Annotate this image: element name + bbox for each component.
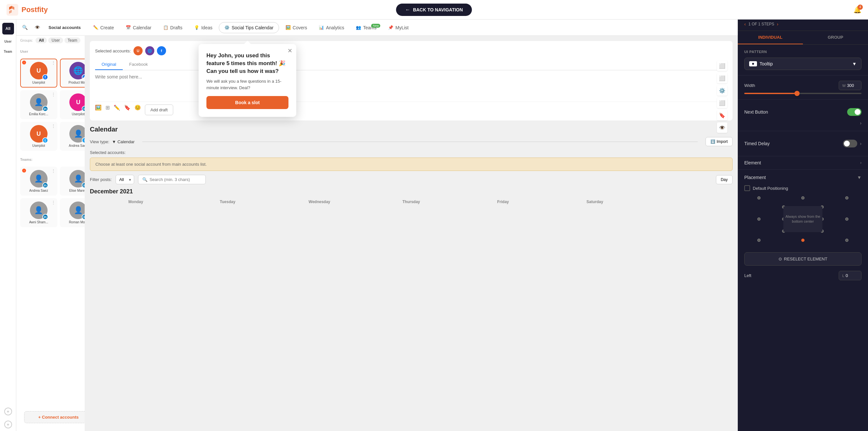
nav-item-drafts[interactable]: 📋 Drafts [158,23,188,33]
day-button[interactable]: Day [716,175,733,184]
placement-header[interactable]: Placement ▼ [744,175,862,180]
view-type-dropdown[interactable]: ▼ Calendar [112,139,135,144]
account-more-button[interactable]: ⋮ [52,200,55,205]
placement-dot-middle-right[interactable] [845,217,848,221]
nav-item-social-tips[interactable]: ⚙️ Social Tips Calendar [219,22,279,33]
add-draft-button[interactable]: Add draft [145,104,173,115]
slider-fill [744,93,797,94]
nav-item-create[interactable]: ✏️ Create [88,23,119,33]
connect-accounts-button[interactable]: + Connect accounts [24,411,93,423]
width-slider[interactable] [744,93,862,94]
group-all[interactable]: All [35,37,47,43]
add-group-button[interactable]: + [4,407,12,415]
settings-button[interactable]: ⚙️ [717,85,727,96]
back-navigation-button[interactable]: BACK TO NAVIGATION [396,4,472,16]
covers-icon: 🖼️ [285,25,291,30]
placement-dot-middle-left[interactable] [757,217,761,221]
tooltip-close-button[interactable]: ✕ [287,47,292,54]
sidebar-title: Social accounts [44,25,85,30]
grid-icon[interactable]: ⊞ [105,104,110,115]
timed-delay-section: Timed Delay › [738,131,868,156]
calendar-month: December 2021 [90,188,733,195]
tab-original[interactable]: Original [95,59,123,70]
copy-button[interactable]: ⬜ [717,61,727,71]
duplicate-button[interactable]: ⬜ [717,73,727,83]
image-icon[interactable]: 🖼️ [95,104,101,115]
eye-button[interactable]: 👁️ [32,22,42,33]
tab-individual[interactable]: INDIVIDUAL [738,31,803,44]
timed-delay-chevron-icon[interactable]: › [860,141,862,146]
left-input[interactable]: L 0 [839,271,862,280]
timed-delay-toggle[interactable] [843,140,857,148]
nav-item-analytics[interactable]: 📊 Analytics [313,23,349,33]
notification-icon[interactable]: 🔔 4 [854,6,862,14]
account-card-awni-li[interactable]: 👤 in Awni Sham... ⋮ [20,198,57,227]
placement-dot-top-left[interactable] [757,196,761,199]
ui-pattern-dropdown[interactable]: Tooltip ▼ [744,58,862,70]
group-user[interactable]: User [48,37,63,43]
search-button[interactable]: 🔍 [20,22,30,33]
account-more-button[interactable]: ⋮ [52,92,55,97]
post-textarea[interactable] [95,74,727,100]
account-more-button[interactable]: ⋮ [52,124,55,128]
account-card-userpilot-fb[interactable]: ! U f Userpilot ⋮ [20,59,57,88]
nav-item-covers[interactable]: 🖼️ Covers [280,23,312,33]
eye-button[interactable]: 👁️ [717,122,727,133]
nav-item-teams[interactable]: 👥 Teams New [351,23,381,33]
col-wednesday: Wednesday [274,199,365,204]
account-card-userpilot-tw[interactable]: U t Userpilot ⋮ [20,122,57,151]
twitter-badge: t [42,137,48,143]
account-more-button[interactable]: ⋮ [52,61,55,65]
group-team[interactable]: Team [64,37,81,43]
next-step-button[interactable]: › [777,22,778,27]
account-card-andrea-li[interactable]: ! 👤 in Andrea Saez ⋮ [20,167,57,196]
placement-dot-top-right[interactable] [845,196,848,199]
add-team-button[interactable]: + [4,421,12,428]
placement-dot-bottom-left[interactable] [757,239,761,242]
account-avatar: 👤 in [30,170,48,187]
all-button[interactable]: All [2,23,14,34]
filter-select[interactable]: All [116,175,134,184]
slider-thumb[interactable] [795,91,800,96]
next-button-chevron-icon[interactable]: › [860,120,862,126]
reselect-icon: ⊙ [778,256,782,261]
emoji-icon[interactable]: 😊 [134,104,141,115]
filter-select-wrapper: All ▼ [116,175,134,184]
col-saturday: Saturday [549,199,641,204]
tooltip-title: Hey John, you used this feature 5 times … [207,52,288,75]
nav-item-mylist[interactable]: 📌 MyList [383,23,413,33]
tab-group[interactable]: GROUP [803,31,868,44]
import-button[interactable]: ⬇️ Import [706,137,733,146]
grid-button[interactable]: ⬜ [717,98,727,108]
tooltip-pattern-icon [749,61,757,66]
calendar-title: Calendar [90,126,733,133]
tab-facebook[interactable]: Facebook [123,59,154,70]
nav-item-calendar[interactable]: 📅 Calendar [121,23,157,33]
sidebar-item-user[interactable]: User [4,40,11,43]
placement-dot-bottom-center[interactable] [801,239,805,242]
prev-step-button[interactable]: ‹ [744,22,746,27]
sidebar-item-team[interactable]: Team [4,50,12,53]
edit-icon[interactable]: ✏️ [114,104,120,115]
placement-dot-bottom-right[interactable] [845,239,848,242]
bookmark-button[interactable]: 🔖 [717,110,727,120]
reselect-element-button[interactable]: ⊙ RESELECT ELEMENT [744,252,862,266]
search-input[interactable] [150,177,202,182]
placement-dot-top-center[interactable] [801,196,805,199]
bookmark-icon[interactable]: 🔖 [124,104,130,115]
account-card-emilia-li[interactable]: 👤 in Emilia Korc... ⋮ [20,90,57,119]
download-icon: ⬇️ [710,139,715,144]
book-slot-button[interactable]: Book a slot [207,96,288,109]
next-button-toggle[interactable] [847,108,862,116]
width-input[interactable]: W 300 [839,81,862,90]
groups-label: Groups: [20,38,33,42]
element-expand-row[interactable]: Element › [738,156,868,170]
nav-item-ideas[interactable]: 💡 Ideas [189,23,217,33]
next-button-section: Next Button › [738,100,868,131]
default-positioning-checkbox[interactable] [744,185,750,191]
width-value: 300 [847,83,854,88]
composer-area: Selected accounts: U 🌐 f Original Facebo… [90,41,733,120]
account-more-button[interactable]: ⋮ [52,168,55,173]
header-right: 🔔 4 [854,6,868,14]
notification-badge: 4 [858,5,863,10]
